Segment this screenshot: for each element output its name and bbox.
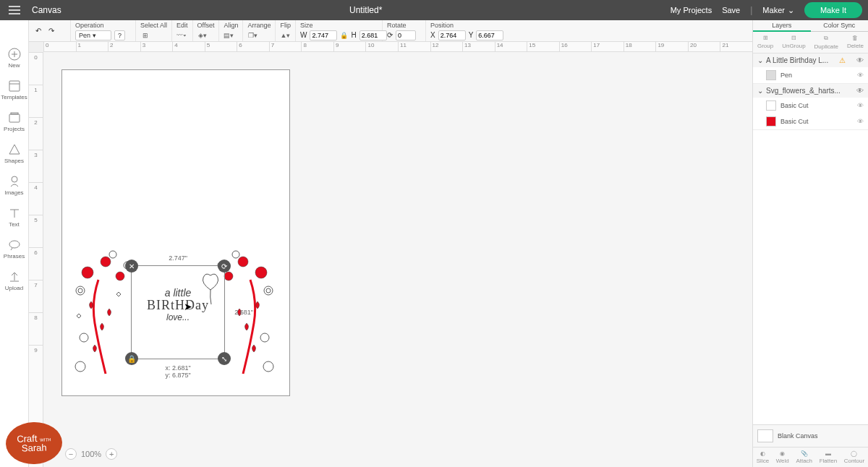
tab-color-sync[interactable]: Color Sync — [811, 20, 869, 32]
align-button[interactable]: ▤▾ — [224, 30, 234, 40]
flip-button[interactable]: ▲▾ — [280, 30, 290, 40]
duplicate-icon: ⧉ — [824, 35, 828, 42]
position-x-input[interactable] — [438, 30, 466, 40]
selection-delete-handle[interactable]: ✕ — [125, 260, 138, 273]
svg-point-22 — [78, 288, 82, 293]
birthday-text: a little BIRtHDay love... — [132, 288, 224, 322]
blank-canvas-label: Blank Canvas — [778, 432, 818, 440]
ungroup-button[interactable]: ⊟UnGroup — [782, 35, 805, 50]
sidebar-upload[interactable]: Upload — [0, 265, 28, 296]
group-button[interactable]: ⊞Group — [757, 35, 773, 50]
layer-name: Svg_flowers_&_harts... — [766, 87, 841, 95]
mouse-cursor-icon: ➤ — [184, 301, 192, 312]
flatten-button[interactable]: ▬Flatten — [820, 450, 837, 464]
sidebar-templates[interactable]: Templates — [0, 74, 28, 106]
redo-button[interactable]: ↷ — [46, 26, 56, 36]
layer-type-label: Pen — [780, 72, 792, 79]
svg-point-19 — [101, 257, 111, 267]
sidebar-new[interactable]: New — [0, 42, 28, 74]
rotate-icon: ⟳ — [387, 31, 393, 39]
layer-item[interactable]: Basic Cut👁 — [753, 98, 868, 113]
dim-height-label: 2.681" — [234, 309, 253, 316]
visibility-icon[interactable]: 👁 — [856, 56, 864, 64]
selection-rotate-handle[interactable]: ⟳ — [218, 260, 231, 273]
trash-icon: 🗑 — [852, 35, 858, 41]
select-all-button[interactable]: ⊞ — [140, 30, 150, 40]
edit-button[interactable]: 〰▾ — [176, 30, 187, 40]
hamburger-icon — [9, 6, 20, 14]
flip-label: Flip — [280, 22, 291, 29]
zoom-in-button[interactable]: + — [106, 448, 117, 460]
width-input[interactable] — [310, 30, 337, 40]
tab-layers[interactable]: Layers — [753, 20, 811, 32]
visibility-icon[interactable]: 👁 — [857, 72, 864, 79]
weld-button[interactable]: ◉Weld — [776, 450, 789, 464]
selection-box[interactable]: ✕ ⟳ 🔒 ⤡ 2.747" 2.681" x: 2.681"y: 6.875"… — [131, 265, 225, 359]
offset-button[interactable]: ◈▾ — [197, 30, 208, 40]
make-it-button[interactable]: Make It — [804, 2, 862, 18]
group-icon: ⊞ — [763, 35, 768, 41]
machine-select[interactable]: Maker ⌄ — [762, 6, 794, 15]
layer-item[interactable]: Pen👁 — [753, 67, 868, 83]
visibility-icon[interactable]: 👁 — [857, 118, 864, 125]
contour-button[interactable]: ◯Contour — [844, 450, 864, 464]
zoom-out-button[interactable]: − — [65, 448, 77, 460]
slice-button[interactable]: ◐Slice — [757, 450, 769, 464]
rotate-label: Rotate — [387, 22, 421, 29]
svg-rect-8 — [9, 114, 20, 122]
svg-point-18 — [82, 267, 93, 278]
position-label: Position — [430, 22, 509, 29]
blank-canvas-swatch — [757, 429, 773, 442]
svg-point-31 — [266, 288, 271, 293]
selection-lock-handle[interactable]: 🔒 — [125, 352, 138, 365]
select-all-label: Select All — [140, 22, 167, 29]
svg-point-35 — [263, 361, 273, 372]
zoom-value: 100% — [81, 450, 101, 458]
design-mat[interactable]: ✕ ⟳ 🔒 ⤡ 2.747" 2.681" x: 2.681"y: 6.875"… — [61, 69, 290, 396]
arrange-button[interactable]: ❐▾ — [247, 30, 258, 40]
lock-icon[interactable]: 🔒 — [340, 32, 348, 39]
svg-point-11 — [12, 176, 17, 182]
operation-select[interactable]: Pen ▾ — [75, 30, 111, 40]
templates-icon — [8, 80, 21, 93]
design-artwork[interactable]: ✕ ⟳ 🔒 ⤡ 2.747" 2.681" x: 2.681"y: 6.875"… — [69, 244, 279, 388]
my-projects-link[interactable]: My Projects — [671, 6, 712, 14]
text-icon — [8, 207, 21, 220]
sidebar-images[interactable]: Images — [0, 169, 28, 201]
sidebar-projects[interactable]: Projects — [0, 106, 28, 137]
svg-point-30 — [264, 286, 273, 295]
layer-item[interactable]: Basic Cut👁 — [753, 113, 868, 129]
duplicate-button[interactable]: ⧉Duplicate — [814, 35, 838, 50]
edit-label: Edit — [176, 22, 188, 29]
sidebar-shapes[interactable]: Shapes — [0, 137, 28, 169]
layers-list: ⌄A Little Birthday L...⚠👁Pen👁⌄Svg_flower… — [753, 53, 868, 424]
layer-swatch — [766, 116, 776, 127]
delete-button[interactable]: 🗑Delete — [847, 35, 864, 50]
align-label: Align — [224, 22, 238, 29]
canvas-area[interactable]: 0123456789101112131415161718192021 01234… — [29, 42, 752, 467]
undo-button[interactable]: ↶ — [33, 26, 43, 36]
svg-point-34 — [260, 333, 269, 342]
shapes-icon — [8, 143, 21, 156]
layer-group[interactable]: ⌄A Little Birthday L...⚠👁Pen👁 — [753, 53, 868, 84]
layer-swatch — [766, 100, 776, 111]
attach-icon: 📎 — [801, 450, 808, 457]
chevron-down-icon: ⌄ — [757, 87, 763, 95]
visibility-icon[interactable]: 👁 — [856, 87, 864, 95]
canvas-label: Canvas — [32, 5, 61, 15]
blank-canvas-row[interactable]: Blank Canvas — [753, 424, 868, 447]
sidebar-text[interactable]: Text — [0, 201, 28, 233]
selection-resize-handle[interactable]: ⤡ — [218, 352, 231, 365]
save-button[interactable]: Save — [722, 6, 740, 14]
canvas-background[interactable]: ✕ ⟳ 🔒 ⤡ 2.747" 2.681" x: 2.681"y: 6.875"… — [43, 52, 752, 467]
attach-button[interactable]: 📎Attach — [796, 450, 812, 464]
chevron-down-icon: ⌄ — [757, 56, 763, 64]
document-title: Untitled* — [61, 5, 671, 15]
position-y-input[interactable] — [476, 30, 503, 40]
rotate-input[interactable] — [396, 30, 416, 40]
layer-group[interactable]: ⌄Svg_flowers_&_harts...👁Basic Cut👁Basic … — [753, 84, 868, 130]
hamburger-menu-button[interactable] — [0, 0, 29, 20]
operation-extra[interactable]: ? — [114, 30, 125, 40]
sidebar-phrases[interactable]: Phrases — [0, 233, 28, 265]
visibility-icon[interactable]: 👁 — [857, 102, 864, 109]
